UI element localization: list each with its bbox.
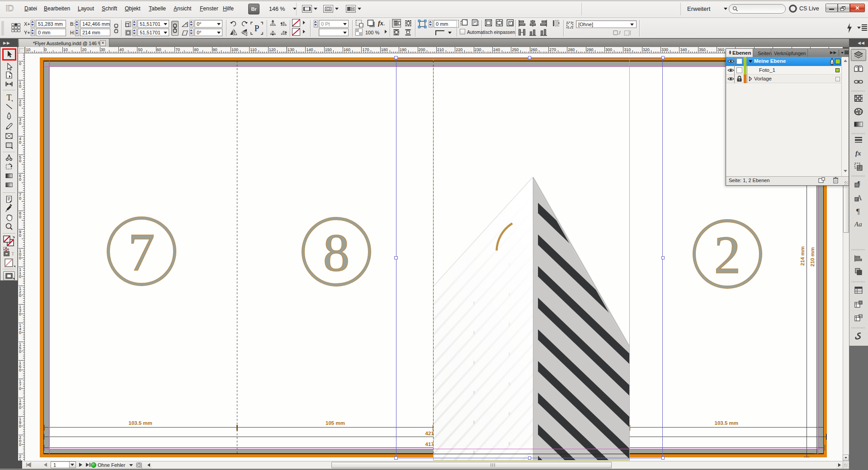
- svg-text:fx: fx: [855, 150, 861, 157]
- svg-text:Aa: Aa: [854, 221, 862, 228]
- svg-text:A: A: [857, 194, 862, 202]
- svg-text:T: T: [7, 94, 12, 102]
- svg-text:¶: ¶: [858, 179, 860, 186]
- svg-text:P: P: [255, 24, 259, 33]
- svg-text:¶: ¶: [856, 207, 860, 216]
